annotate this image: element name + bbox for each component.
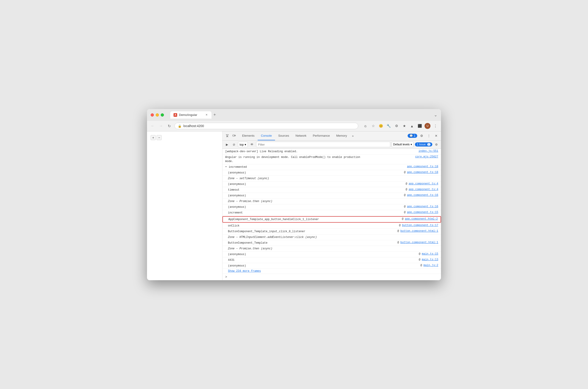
forward-button[interactable]: → [158,123,164,129]
console-source-link[interactable]: button.component.html:1 [400,241,438,244]
console-source-link[interactable]: main.js:2 [424,264,438,267]
window-expand-button[interactable]: ⌄ [434,112,437,118]
extension-icon-3[interactable]: ⚙ [393,123,399,129]
devtools-tab-icons [224,133,237,139]
extension-icon-5[interactable]: ▲ [409,123,415,129]
console-line: (anonymous) @ app.component.ts:4 [223,181,441,187]
execute-context-button[interactable]: ▶ [224,142,230,147]
context-selector[interactable]: top ▾ [238,142,248,147]
zoom-in-button[interactable]: + [151,135,156,140]
console-source-link[interactable]: app.component.ts:18 [402,165,438,168]
tab-performance[interactable]: Performance [310,131,333,140]
minimize-window-button[interactable] [156,113,159,117]
tab-overflow-button[interactable]: » [350,131,356,140]
console-source-link[interactable]: index.js:551 [414,150,438,153]
address-bar: ← → ↻ 🔒 localhost:4200 ⎋ ☆ 😊 🔧 ⚙ ★ ▲ ⬛ U… [147,121,441,131]
console-source-link[interactable]: app.component.ts:16 [407,205,438,208]
console-source-link[interactable]: button.component.ts:17 [402,224,438,227]
show-more-frames-line: Show 234 more frames [223,269,441,274]
at-sign: @ [404,211,406,214]
console-message-text: Zone – HTMLInputElement.addEventListener… [228,235,438,239]
console-line: (anonymous) @ main.ts:15 [223,252,441,257]
console-message-text: Zone – Promise.then (async) [228,199,438,203]
devtools-more-icon[interactable]: ⋮ [426,133,432,139]
console-source-link[interactable]: main.ts:13 [422,258,438,261]
zoom-controls: + − [151,135,162,140]
show-more-frames-link[interactable]: Show 234 more frames [228,269,261,273]
share-icon[interactable]: ⎋ [362,123,368,129]
browser-tab[interactable]: A DemoAngular ✕ [170,111,211,119]
title-bar: A DemoAngular ✕ + ⌄ [147,109,441,121]
reload-button[interactable]: ↻ [166,123,172,129]
back-button[interactable]: ← [150,123,156,129]
console-source-link[interactable]: app.component.ts:4 [409,182,438,185]
console-message-text: (anonymous) [228,264,419,268]
console-settings-icon[interactable]: ⚙ [434,142,439,147]
traffic-lights [151,113,164,117]
console-line: Zone – Promise.then (async) [223,199,441,204]
console-filter-input[interactable] [256,142,390,147]
close-window-button[interactable] [151,113,154,117]
tab-elements[interactable]: Elements [239,131,258,140]
user-avatar[interactable]: U [425,123,430,129]
console-line: ButtonComponent_Template_input_click_0_l… [223,229,441,234]
at-sign: @ [397,241,399,244]
console-prompt-icon: > [225,275,227,279]
devtools-settings-icon[interactable]: ⚙ [419,133,425,139]
expand-toggle[interactable]: ▾ [225,165,227,168]
at-sign: @ [404,194,406,197]
console-source-link[interactable]: button.component.html:1 [400,229,438,233]
tab-sources[interactable]: Sources [275,131,293,140]
console-line: (anonymous) @ main.js:2 [223,263,441,269]
console-source-link[interactable]: main.ts:15 [422,252,438,256]
console-message-text: Angular is running in development mode. … [225,155,411,163]
svg-rect-0 [233,135,234,136]
issues-badge[interactable]: 1 Issue: 1 [415,142,432,147]
console-source-link[interactable]: app.component.html:2 [405,217,438,221]
tab-favicon: A [173,113,177,117]
console-line: (anonymous) @ app.component.ts:18 [223,170,441,176]
more-options-icon[interactable]: ⋮ [432,123,438,129]
console-source-link[interactable]: app.component.ts:18 [407,171,438,174]
tab-network[interactable]: Network [293,131,310,140]
tab-console[interactable]: Console [258,131,275,140]
clear-console-button[interactable]: ⊘ [231,142,237,147]
extension-icon-2[interactable]: 🔧 [386,123,392,129]
console-message-text: ButtonComponent_Template_input_click_0_l… [228,229,396,234]
console-source-link[interactable]: app.component.ts:16 [407,194,438,197]
at-sign: @ [406,182,407,185]
maximize-window-button[interactable] [161,113,164,117]
console-message-text: (anonymous) [228,252,418,257]
tab-title: DemoAngular [179,113,203,117]
console-message-text: Zone – Promise.then (async) [228,247,438,251]
log-levels-selector[interactable]: Default levels ▾ [392,142,414,147]
extension-icon-6[interactable]: ⬛ [417,123,423,129]
zoom-out-button[interactable]: − [157,135,162,140]
extension-icon-1[interactable]: 😊 [378,123,384,129]
new-tab-button[interactable]: + [211,112,218,118]
console-message-text: (anonymous) [228,171,403,175]
extension-icon-4[interactable]: ★ [401,123,407,129]
devtools-panel: Elements Console Sources Network Perform… [223,131,441,280]
console-message-text: increment [228,211,403,215]
console-message-text: timeout [228,188,404,192]
console-source-link[interactable]: app.component.ts:15 [407,211,438,214]
svg-rect-1 [235,135,235,136]
device-toolbar-icon[interactable] [231,133,237,139]
console-highlighted-line: AppComponent_Template_app_button_handleC… [223,216,441,223]
at-sign: @ [419,252,421,256]
console-message-text: ButtonComponent_Template [228,241,396,245]
chat-badge[interactable]: 💬 1 [408,134,417,138]
at-sign: @ [399,224,400,227]
devtools-close-icon[interactable]: ✕ [433,133,439,139]
tab-memory[interactable]: Memory [333,131,350,140]
console-source-link[interactable]: app.component.ts:4 [409,188,438,191]
console-line: (anonymous) @ app.component.ts:16 [223,204,441,210]
address-input[interactable]: 🔒 localhost:4200 [174,123,358,129]
inspector-icon[interactable] [224,133,230,139]
console-source-link[interactable]: core.mjs:25627 [411,155,438,163]
tab-close-button[interactable]: ✕ [205,113,208,117]
console-message-text: Zone – setTimeout (async) [228,176,438,181]
show-live-expression-button[interactable]: 👁 [249,142,255,147]
bookmark-icon[interactable]: ☆ [370,123,376,129]
